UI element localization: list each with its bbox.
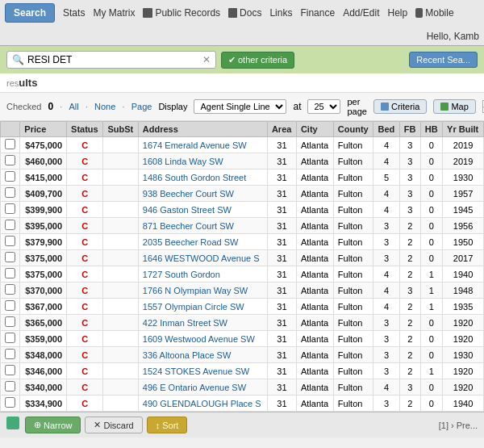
- narrow-button[interactable]: ⊕ Narrow: [25, 417, 81, 433]
- row-address[interactable]: 490 GLENDALOUGH Place S: [138, 396, 267, 412]
- col-subst[interactable]: SubSt: [103, 122, 138, 137]
- row-checkbox[interactable]: [5, 220, 15, 230]
- row-checkbox[interactable]: [5, 203, 15, 214]
- row-checkbox-cell[interactable]: [1, 250, 20, 266]
- address-link[interactable]: 1486 South Gordon Street: [143, 173, 246, 182]
- col-hb[interactable]: HB: [420, 122, 442, 137]
- col-bed[interactable]: Bed: [373, 122, 399, 137]
- nav-links[interactable]: Links: [269, 7, 292, 19]
- row-address[interactable]: 1557 Olympian Circle SW: [138, 299, 267, 315]
- row-address[interactable]: 1486 South Gordon Street: [138, 170, 267, 186]
- address-link[interactable]: 1646 WESTWOOD Avenue S: [143, 253, 260, 263]
- col-city[interactable]: City: [296, 122, 333, 137]
- address-link[interactable]: 1608 Linda Way SW: [143, 157, 223, 166]
- pagination[interactable]: [1] › Pre...: [439, 421, 478, 430]
- all-button[interactable]: All: [69, 102, 78, 111]
- row-checkbox-cell[interactable]: [1, 347, 20, 363]
- row-checkbox-cell[interactable]: [1, 186, 20, 202]
- map-button[interactable]: Map: [433, 99, 475, 114]
- address-link[interactable]: 1727 South Gordon: [143, 270, 220, 279]
- col-fb[interactable]: FB: [399, 122, 420, 137]
- row-address[interactable]: 1766 N Olympian Way SW: [138, 283, 267, 299]
- row-checkbox[interactable]: [5, 365, 15, 375]
- row-checkbox[interactable]: [5, 300, 15, 311]
- row-address[interactable]: 871 Beecher Court SW: [138, 218, 267, 234]
- nav-mobile[interactable]: Mobile: [415, 7, 453, 19]
- address-link[interactable]: 422 Inman Street SW: [143, 318, 227, 328]
- row-checkbox-cell[interactable]: [1, 283, 20, 299]
- address-link[interactable]: 1524 STOKES Avenue SW: [143, 366, 249, 376]
- address-link[interactable]: 1674 Emerald Avenue SW: [143, 140, 247, 150]
- row-checkbox[interactable]: [5, 333, 15, 343]
- col-area[interactable]: Area: [267, 122, 296, 137]
- col-price[interactable]: Price: [20, 122, 67, 137]
- row-checkbox-cell[interactable]: [1, 153, 20, 170]
- address-link[interactable]: 946 Gaston Street SW: [143, 205, 232, 215]
- col-yr-built[interactable]: Yr Built: [443, 122, 484, 137]
- row-address[interactable]: 2035 Beecher Road SW: [138, 234, 267, 250]
- row-address[interactable]: 336 Altoona Place SW: [138, 347, 267, 363]
- row-checkbox[interactable]: [5, 139, 15, 149]
- page-button[interactable]: Page: [131, 102, 152, 111]
- clear-search-icon[interactable]: ✕: [202, 54, 211, 65]
- address-link[interactable]: 938 Beecher Court SW: [143, 189, 234, 199]
- row-checkbox-cell[interactable]: [1, 170, 20, 186]
- address-link[interactable]: 336 Altoona Place SW: [143, 350, 231, 360]
- row-checkbox[interactable]: [5, 155, 15, 165]
- address-link[interactable]: 1557 Olympian Circle SW: [143, 302, 244, 312]
- row-checkbox-cell[interactable]: [1, 331, 20, 347]
- row-checkbox-cell[interactable]: [1, 363, 20, 379]
- row-checkbox[interactable]: [5, 268, 15, 278]
- row-address[interactable]: 1524 STOKES Avenue SW: [138, 363, 267, 379]
- row-checkbox-cell[interactable]: [1, 299, 20, 315]
- search-input[interactable]: [27, 54, 202, 65]
- sort-button[interactable]: ↕ Sort: [147, 417, 188, 433]
- row-address[interactable]: 938 Beecher Court SW: [138, 186, 267, 202]
- col-status[interactable]: Status: [67, 122, 103, 137]
- row-checkbox-cell[interactable]: [1, 234, 20, 250]
- row-address[interactable]: 1646 WESTWOOD Avenue S: [138, 250, 267, 266]
- row-address[interactable]: 496 E Ontario Avenue SW: [138, 379, 267, 396]
- row-checkbox[interactable]: [5, 316, 15, 327]
- row-checkbox[interactable]: [5, 171, 15, 182]
- search-button[interactable]: Search: [5, 3, 55, 23]
- row-address[interactable]: 1727 South Gordon: [138, 266, 267, 283]
- row-checkbox-cell[interactable]: [1, 137, 20, 153]
- col-county[interactable]: County: [333, 122, 373, 137]
- address-link[interactable]: 490 GLENDALOUGH Place S: [143, 399, 261, 408]
- row-checkbox[interactable]: [5, 397, 15, 408]
- row-checkbox-cell[interactable]: [1, 396, 20, 412]
- criteria-button[interactable]: Criteria: [373, 99, 427, 114]
- col-address[interactable]: Address: [138, 122, 267, 137]
- row-checkbox-cell[interactable]: [1, 218, 20, 234]
- address-link[interactable]: 871 Beecher Court SW: [143, 221, 234, 231]
- row-checkbox[interactable]: [5, 349, 15, 359]
- row-address[interactable]: 946 Gaston Street SW: [138, 202, 267, 218]
- nav-my-matrix[interactable]: My Matrix: [93, 7, 135, 19]
- row-checkbox[interactable]: [5, 252, 15, 262]
- row-address[interactable]: 1609 Westwood Avenue SW: [138, 331, 267, 347]
- row-checkbox-cell[interactable]: [1, 202, 20, 218]
- nav-stats[interactable]: Stats: [63, 7, 85, 19]
- row-checkbox[interactable]: [5, 236, 15, 246]
- address-link[interactable]: 2035 Beecher Road SW: [143, 237, 239, 247]
- address-link[interactable]: 1609 Westwood Avenue SW: [143, 334, 255, 344]
- address-link[interactable]: 496 E Ontario Avenue SW: [143, 383, 246, 392]
- row-address[interactable]: 1674 Emerald Avenue SW: [138, 137, 267, 153]
- recent-search-button[interactable]: Recent Sea...: [409, 52, 478, 68]
- row-checkbox-cell[interactable]: [1, 379, 20, 396]
- row-checkbox[interactable]: [5, 284, 15, 295]
- other-criteria-button[interactable]: ✔ other criteria: [221, 52, 294, 69]
- nav-help[interactable]: Help: [388, 7, 408, 19]
- nav-docs[interactable]: Docs: [228, 7, 261, 19]
- nav-finance[interactable]: Finance: [300, 7, 335, 19]
- row-checkbox[interactable]: [5, 187, 15, 198]
- none-button[interactable]: None: [94, 102, 115, 111]
- per-page-select[interactable]: 25: [307, 99, 340, 114]
- discard-button[interactable]: ✕ Discard: [85, 417, 142, 433]
- nav-add-edit[interactable]: Add/Edit: [343, 7, 379, 19]
- row-checkbox-cell[interactable]: [1, 266, 20, 283]
- display-select[interactable]: Agent Single Line: [194, 99, 286, 114]
- nav-public-records[interactable]: Public Records: [143, 7, 220, 19]
- row-address[interactable]: 1608 Linda Way SW: [138, 153, 267, 170]
